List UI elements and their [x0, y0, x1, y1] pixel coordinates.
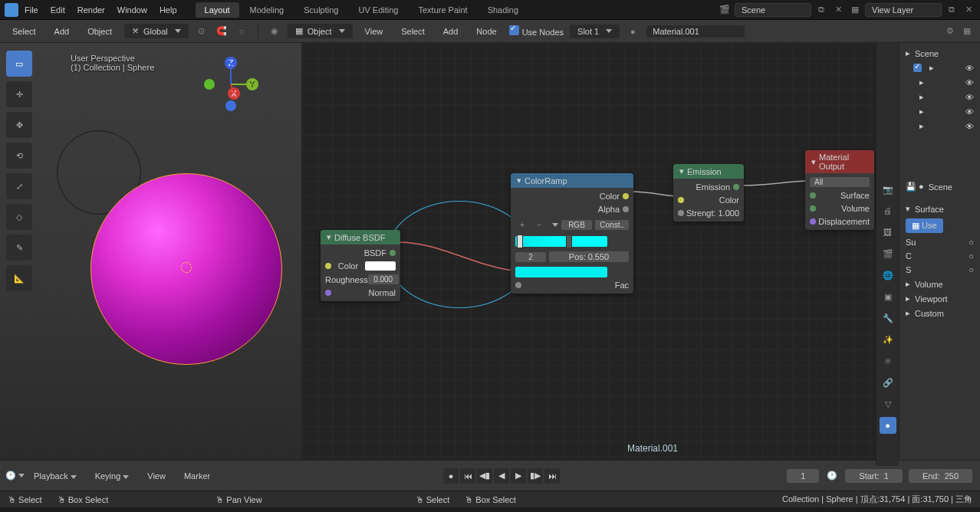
ramp-add-icon[interactable]: + — [515, 218, 529, 231]
use-nodes-button[interactable]: ▦ Use — [903, 216, 977, 235]
outliner-item[interactable]: ▸👁 — [903, 61, 977, 75]
play-reverse-button[interactable]: ◀ — [494, 468, 509, 484]
tl-view-menu[interactable]: View — [141, 469, 172, 483]
outliner-sub1[interactable]: ▸👁 — [903, 75, 977, 90]
material-name-field[interactable]: Material.001 — [646, 25, 745, 38]
scene-copy-icon[interactable]: ⧉ — [814, 3, 828, 17]
props-world-icon[interactable]: 🌐 — [880, 267, 896, 284]
orientation-dropdown[interactable]: ⤧Global — [124, 24, 189, 38]
filter-icon[interactable]: ⚙ — [943, 25, 957, 38]
cursor-tool[interactable]: ✛ — [6, 81, 32, 107]
props-custom-header[interactable]: ▸ Custom — [903, 306, 977, 320]
color-ramp-gradient[interactable] — [515, 236, 607, 247]
shader-mode-dropdown[interactable]: ▦Object — [288, 24, 353, 38]
ne-view-menu[interactable]: View — [359, 25, 390, 38]
props-surface-header[interactable]: ▾ Surface — [903, 202, 977, 216]
ramp-interp[interactable]: Const.. — [595, 220, 629, 230]
scene-close-icon[interactable]: ✕ — [831, 3, 845, 17]
select-box-tool[interactable]: ▭ — [6, 51, 32, 77]
rotate-tool[interactable]: ⟲ — [6, 143, 32, 169]
pivot-icon[interactable]: ⊙ — [195, 25, 209, 38]
outliner-sub2[interactable]: ▸👁 — [903, 90, 977, 104]
viewlayer-close-icon[interactable]: ✕ — [962, 3, 975, 17]
props-data-icon[interactable]: ▽ — [880, 395, 896, 412]
jump-start-button[interactable]: ⏮ — [460, 468, 475, 484]
props-su[interactable]: Su○ — [903, 235, 977, 249]
tab-sculpting[interactable]: Sculpting — [294, 2, 347, 18]
add-menu[interactable]: Add — [48, 25, 76, 38]
scale-tool[interactable]: ⤢ — [6, 173, 32, 199]
select-menu[interactable]: Select — [6, 25, 42, 38]
menu-render[interactable]: Render — [77, 5, 105, 15]
jump-end-button[interactable]: ⏭ — [544, 468, 560, 484]
menu-window[interactable]: Window — [117, 5, 147, 15]
tab-uv[interactable]: UV Editing — [349, 2, 407, 18]
props-c[interactable]: C○ — [903, 249, 977, 263]
scene-name-field[interactable]: Scene — [735, 3, 811, 17]
output-target[interactable]: All — [810, 177, 870, 187]
start-frame-field[interactable]: Start: 1 — [845, 469, 903, 483]
node-emission[interactable]: ▾Emission Emission Color Strengt:1.000 — [673, 164, 744, 222]
props-output-icon[interactable]: 🖨 — [880, 202, 896, 219]
ne-add-menu[interactable]: Add — [437, 25, 465, 38]
menu-help[interactable]: Help — [159, 5, 177, 15]
node-material-output[interactable]: ▾Material Output All Surface Volume Disp… — [805, 150, 874, 230]
props-physics-icon[interactable]: ⚛ — [880, 353, 896, 369]
annotate-tool[interactable]: ✎ — [6, 235, 32, 261]
node-diffuse-bsdf[interactable]: ▾Diffuse BSDF BSDF Color Roughness0.000 … — [321, 230, 400, 301]
slot-dropdown[interactable]: Slot 1 — [570, 25, 620, 38]
menu-file[interactable]: File — [25, 5, 38, 15]
proportional-icon[interactable]: ○ — [235, 25, 248, 38]
props-object-icon[interactable]: ▣ — [880, 288, 896, 305]
viewlayer-copy-icon[interactable]: ⧉ — [945, 3, 959, 17]
props-scene-row[interactable]: 💾 ● Scene — [903, 179, 977, 194]
transform-tool[interactable]: ◇ — [6, 204, 32, 230]
props-viewport-header[interactable]: ▸ Viewport — [903, 291, 977, 306]
overlay-icon[interactable]: ▦ — [960, 25, 974, 38]
props-s[interactable]: S○ — [903, 263, 977, 277]
props-scene-icon[interactable]: 🎬 — [880, 245, 896, 262]
shader-editor-icon[interactable]: ◉ — [268, 25, 281, 38]
use-nodes-checkbox[interactable]: Use Nodes — [509, 25, 564, 37]
props-constraint-icon[interactable]: 🔗 — [880, 374, 896, 391]
marker-menu[interactable]: Marker — [178, 469, 216, 483]
snap-icon[interactable]: 🧲 — [215, 25, 229, 38]
ramp-color-preview[interactable] — [515, 267, 607, 277]
props-modifier-icon[interactable]: 🔧 — [880, 310, 896, 327]
props-viewlayer-icon[interactable]: 🖼 — [880, 224, 896, 241]
move-tool[interactable]: ✥ — [6, 112, 32, 138]
node-colorramp[interactable]: ▾ColorRamp Color Alpha + − RGB Const.. 2 — [511, 173, 633, 294]
current-frame-field[interactable]: 1 — [787, 469, 819, 483]
outliner-sub3[interactable]: ▸👁 — [903, 104, 977, 119]
viewlayer-field[interactable]: View Layer — [865, 3, 942, 17]
timeline-editor-icon[interactable]: 🕐 — [8, 469, 21, 483]
outliner-sub4[interactable]: ▸👁 — [903, 119, 977, 133]
tab-layout[interactable]: Layout — [196, 2, 239, 18]
material-ball-icon[interactable]: ● — [626, 25, 640, 38]
keying-menu[interactable]: Keying — [89, 469, 136, 483]
3d-viewport[interactable]: ▭ ✛ ✥ ⟲ ⤢ ◇ ✎ 📐 User Perspective (1) Col… — [0, 43, 302, 460]
autokey-button[interactable]: ● — [443, 468, 459, 484]
ramp-pos-field[interactable]: Pos: 0.550 — [549, 251, 629, 262]
ramp-remove-icon[interactable]: − — [532, 218, 546, 231]
outliner-scene[interactable]: ▸ Scene — [903, 46, 977, 61]
keyframe-prev-button[interactable]: ◀▮ — [477, 468, 492, 484]
menu-edit[interactable]: Edit — [51, 5, 65, 15]
props-volume-header[interactable]: ▸ Volume — [903, 277, 977, 291]
navigation-gizmo[interactable]: Z Y X — [200, 54, 261, 115]
tab-texpaint[interactable]: Texture Paint — [409, 2, 476, 18]
play-button[interactable]: ▶ — [511, 468, 526, 484]
object-menu[interactable]: Object — [81, 25, 118, 38]
playback-menu[interactable]: Playback — [28, 469, 83, 483]
props-render-icon[interactable]: 📷 — [880, 181, 896, 198]
end-frame-field[interactable]: End: 250 — [909, 469, 972, 483]
ne-node-menu[interactable]: Node — [470, 25, 502, 38]
ramp-mode[interactable]: RGB — [561, 220, 592, 230]
ne-select-menu[interactable]: Select — [395, 25, 431, 38]
props-particle-icon[interactable]: ✨ — [880, 331, 896, 348]
measure-tool[interactable]: 📐 — [6, 265, 32, 291]
tab-modeling[interactable]: Modeling — [241, 2, 294, 18]
ramp-stop-index[interactable]: 2 — [515, 252, 546, 262]
props-material-icon[interactable]: ● — [880, 417, 896, 434]
keyframe-next-button[interactable]: ▮▶ — [528, 468, 543, 484]
